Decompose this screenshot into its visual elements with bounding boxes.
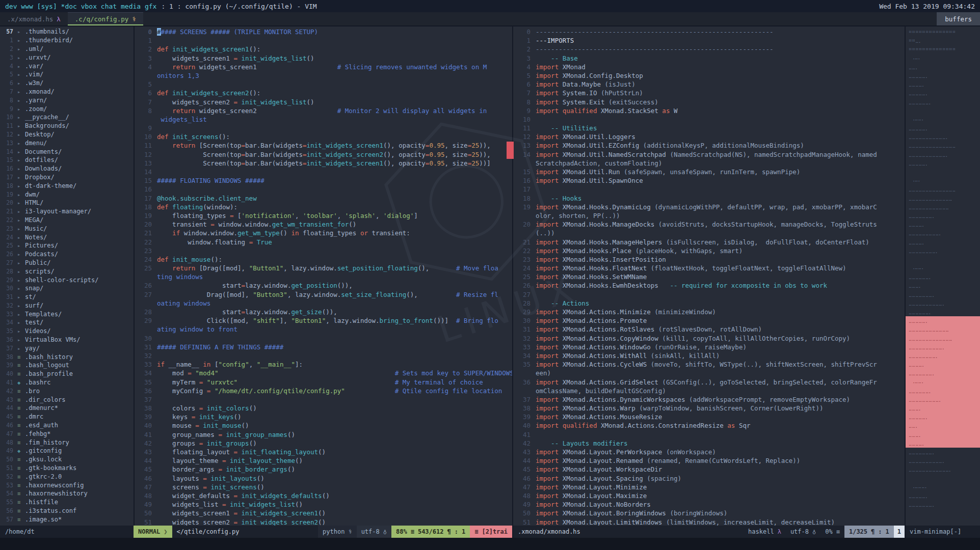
code-line[interactable]: 14import XMonad.Util.NamedScratchpad (Na…	[513, 150, 905, 159]
code-line[interactable]: 22import XMonad.Hooks.Place (placeHook, …	[513, 246, 905, 255]
code-line[interactable]: 6def init_widgets_screen2():	[135, 89, 512, 97]
code-line[interactable]: 16import XMonad.Util.SpawnOnce	[513, 176, 905, 185]
code-line[interactable]: 1	[135, 36, 512, 45]
tree-item-folder[interactable]: 12▸Desktop/	[0, 130, 134, 139]
tree-item-file[interactable]: 57≡.image.so*	[0, 515, 134, 524]
tree-item-file[interactable]: 50≡.gksu.lock	[0, 455, 134, 464]
code-line[interactable]: 36import XMonad.Actions.GridSelect (GSCo…	[513, 378, 905, 387]
code-line[interactable]: 32import XMonad.Actions.CopyWindow (kill…	[513, 334, 905, 343]
tree-item-folder[interactable]: 28▸scripts/	[0, 267, 134, 276]
code-line[interactable]: 45 border_args = init_border_args()	[135, 465, 512, 474]
editor-config-py[interactable]: 0##### SCREENS ##### (TRIPLE MONITOR SET…	[134, 26, 512, 526]
code-line[interactable]: 38import XMonad.Actions.Warp (warpToWind…	[513, 404, 905, 413]
code-line[interactable]: 43 floating_layout = init_floating_layou…	[135, 448, 512, 456]
code-line[interactable]: ScratchpadAction, customFloating)	[513, 159, 905, 168]
code-line[interactable]: 21import XMonad.Hooks.ManageHelpers (isF…	[513, 238, 905, 246]
tree-item-file[interactable]: 39≡.bash_logout	[0, 361, 134, 370]
code-line[interactable]: 49import XMonad.Layout.NoBorders	[513, 500, 905, 509]
tree-item-folder[interactable]: 34▸test/	[0, 318, 134, 327]
code-line[interactable]: 51 widgets_screen2 = init_widgets_screen…	[135, 518, 512, 526]
tree-item-folder[interactable]: 15▸dotfiles/	[0, 156, 134, 164]
tree-item-file[interactable]: 53≡.haxornewsconfig	[0, 481, 134, 489]
code-line[interactable]: 51import XMonad.Layout.LimitWindows (lim…	[513, 518, 905, 526]
tree-item-file[interactable]: 44≡.dmenurc*	[0, 404, 134, 413]
code-line[interactable]: 33if __name__ in ["config", "__main__"]:	[135, 360, 512, 369]
code-line[interactable]: oating windows	[135, 299, 512, 308]
code-line[interactable]: 24import XMonad.Hooks.FloatNext (floatNe…	[513, 264, 905, 272]
code-line[interactable]: ating window to front	[135, 325, 512, 334]
code-line[interactable]: 35 myTerm = "urxvtc" # My terminal of ch…	[135, 378, 512, 387]
code-line[interactable]: 40 mouse = init_mouse()	[135, 421, 512, 430]
code-line[interactable]: 0##### SCREENS ##### (TRIPLE MONITOR SET…	[135, 28, 512, 36]
code-line[interactable]: 31##### DEFINING A FEW THINGS #####	[135, 343, 512, 351]
code-line[interactable]: 50import XMonad.Layout.BoringWindows (bo…	[513, 509, 905, 517]
code-line[interactable]: 9import qualified XMonad.StackSet as W	[513, 106, 905, 115]
code-line[interactable]: 50 widgets_screen1 = init_widgets_screen…	[135, 509, 512, 517]
workspace-tags[interactable]: dev www [sys] *doc vbox chat media gfx	[5, 3, 156, 10]
code-line[interactable]: 9	[135, 124, 512, 132]
code-line[interactable]: 20import XMonad.Hooks.ManageDocks (avoid…	[513, 220, 905, 229]
code-line[interactable]: 41	[513, 430, 905, 439]
command-line[interactable]	[0, 538, 980, 550]
code-line[interactable]: 44import XMonad.Layout.Renamed (renamed,…	[513, 456, 905, 465]
code-line[interactable]: 20 transient = window.window.get_wm_tran…	[135, 220, 512, 229]
tree-item-file[interactable]: 42≡.bro	[0, 387, 134, 395]
tree-item-file[interactable]: 43≡.dir_colors	[0, 395, 134, 404]
code-line[interactable]: 32	[135, 351, 512, 360]
tree-item-folder[interactable]: 2▸.uml/	[0, 45, 134, 53]
code-line[interactable]: ting windows	[135, 272, 512, 281]
tree-item-folder[interactable]: 37▸yay/	[0, 344, 134, 352]
tree-item-folder[interactable]: 9▸.zoom/	[0, 104, 134, 113]
tree-item-file[interactable]: 54≡.haxornewshistory	[0, 489, 134, 498]
code-line[interactable]: 48import XMonad.Layout.Maximize	[513, 491, 905, 500]
code-line[interactable]: 26 start=lazy.window.get_position()),	[135, 281, 512, 290]
tree-item-folder[interactable]: 5▸.vim/	[0, 70, 134, 79]
code-line[interactable]: 31import XMonad.Actions.RotSlaves (rotSl…	[513, 325, 905, 334]
tree-item-folder[interactable]: 8▸.yarn/	[0, 96, 134, 104]
code-line[interactable]: 46import XMonad.Layout.Spacing (spacing)	[513, 474, 905, 483]
tree-item-file[interactable]: 56≡.i3status.conf	[0, 507, 134, 515]
tree-item-file[interactable]: 48≡.fim_history	[0, 438, 134, 447]
tree-item-folder[interactable]: 7▸.xmonad/	[0, 88, 134, 96]
code-line[interactable]: 29 Click([mod, "shift"], "Button1", lazy…	[135, 316, 512, 325]
code-line[interactable]: 37import XMonad.Actions.DynamicWorkspace…	[513, 395, 905, 404]
code-line[interactable]: 12 Screen(top=bar.Bar(widgets=init_widge…	[135, 150, 512, 159]
tree-item-folder[interactable]: 1▸.thunderbird/	[0, 36, 134, 45]
code-line[interactable]: olor, shorten, PP(..))	[513, 211, 905, 220]
code-line[interactable]: 35import XMonad.Actions.CycleWS (moveTo,…	[513, 360, 905, 369]
code-line[interactable]: 29import XMonad.Actions.Minimize (minimi…	[513, 308, 905, 316]
code-line[interactable]: 5import XMonad.Config.Desktop	[513, 71, 905, 80]
code-line[interactable]: 47import XMonad.Layout.Minimize	[513, 483, 905, 491]
code-line[interactable]: 46 layouts = init_layouts()	[135, 474, 512, 483]
tree-item-folder[interactable]: 27▸Public/	[0, 259, 134, 267]
code-line[interactable]: 25import XMonad.Hooks.SetWMName	[513, 272, 905, 281]
code-line[interactable]: 3 widgets_screen1 = init_widgets_list()	[135, 54, 512, 63]
code-line[interactable]: 40import qualified XMonad.Actions.Constr…	[513, 421, 905, 430]
tab-config-py[interactable]: .c/q/config.py ⚕	[68, 12, 143, 25]
code-line[interactable]: 19import XMonad.Hooks.DynamicLog (dynami…	[513, 203, 905, 211]
code-line[interactable]: 7import System.IO (hPutStrLn)	[513, 89, 905, 97]
tree-item-file[interactable]: 40≡.bash_profile	[0, 370, 134, 378]
code-line[interactable]: 22 window.floating = True	[135, 238, 512, 246]
tree-item-folder[interactable]: 32▸surf/	[0, 301, 134, 310]
code-line[interactable]: 26import XMonad.Hooks.EwmhDesktops -- re…	[513, 281, 905, 290]
tree-item-folder[interactable]: 33▸Templates/	[0, 310, 134, 318]
code-line[interactable]: 2---------------------------------------…	[513, 45, 905, 53]
code-line[interactable]: 13import XMonad.Util.EZConfig (additiona…	[513, 141, 905, 150]
code-line[interactable]: 41 group_names = init_group_names()	[135, 430, 512, 439]
tree-item-file[interactable]: 45≡.dmrc	[0, 413, 134, 421]
tree-item-folder[interactable]: 22▸MEGA/	[0, 216, 134, 225]
code-line[interactable]: 10def init_screens():	[135, 132, 512, 141]
code-line[interactable]: 33import XMonad.Actions.WindowGo (runOrR…	[513, 343, 905, 351]
code-line[interactable]: 14	[135, 168, 512, 176]
code-line[interactable]: 44 layout_theme = init_layout_theme()	[135, 456, 512, 465]
code-line[interactable]: 4 return widgets_screen1 # Slicing remov…	[135, 63, 512, 71]
code-line[interactable]: 25 return [Drag([mod], "Button1", lazy.w…	[135, 264, 512, 272]
code-line[interactable]: 30import XMonad.Actions.Promote	[513, 316, 905, 325]
tree-item-folder[interactable]: 25▸Pictures/	[0, 241, 134, 250]
code-line[interactable]: 39 keys = init_keys()	[135, 413, 512, 421]
code-line[interactable]: 38 colors = init_colors()	[135, 404, 512, 413]
code-line[interactable]: 39import XMonad.Actions.MouseResize	[513, 413, 905, 421]
tree-item-file[interactable]: 46≡.esd_auth	[0, 421, 134, 430]
code-line[interactable]: 28 start=lazy.window.get_size()),	[135, 308, 512, 316]
